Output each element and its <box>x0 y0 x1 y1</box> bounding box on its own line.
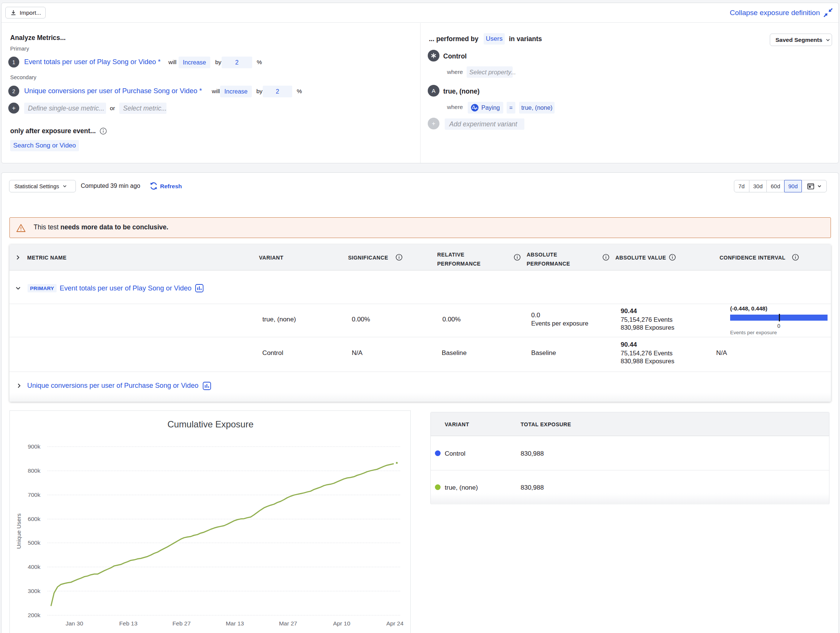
svg-text:400k: 400k <box>28 564 40 570</box>
svg-text:500k: 500k <box>28 539 40 546</box>
svg-text:300k: 300k <box>28 588 40 594</box>
svg-text:Apr 10: Apr 10 <box>333 620 351 627</box>
svg-text:Feb 13: Feb 13 <box>119 620 137 627</box>
svg-text:600k: 600k <box>28 516 40 522</box>
svg-text:Unique Users: Unique Users <box>16 513 22 549</box>
svg-text:Feb 27: Feb 27 <box>172 620 191 627</box>
svg-text:Apr 24: Apr 24 <box>386 620 404 627</box>
svg-text:700k: 700k <box>28 491 40 498</box>
svg-text:800k: 800k <box>28 468 40 474</box>
svg-text:200k: 200k <box>28 612 40 618</box>
svg-text:Mar 13: Mar 13 <box>226 620 244 627</box>
svg-text:900k: 900k <box>28 443 40 450</box>
svg-text:Mar 27: Mar 27 <box>279 620 297 627</box>
svg-text:Jan 30: Jan 30 <box>66 620 84 627</box>
